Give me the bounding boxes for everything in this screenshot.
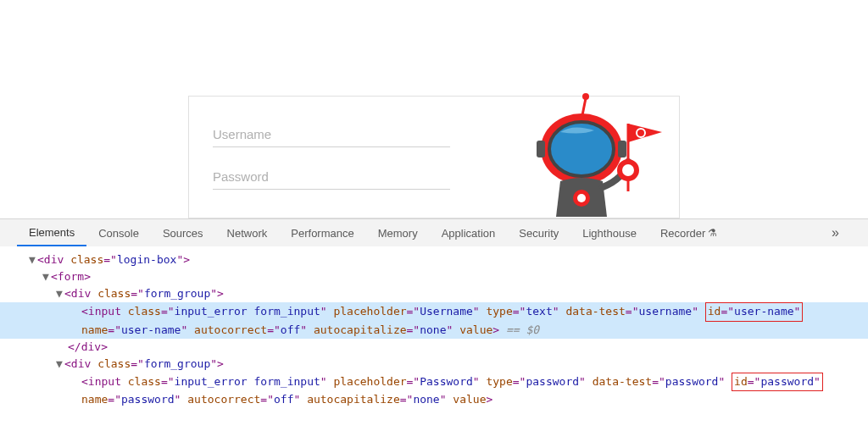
dom-row[interactable]: name="password" autocorrect="off" autoca… [0,391,868,408]
dom-row[interactable]: ▼<div class="form_group"> [0,356,868,373]
tab-memory[interactable]: Memory [366,219,430,246]
robot-mascot [501,90,670,237]
tab-application[interactable]: Application [430,219,508,246]
devtools-tabs: Elements Console Sources Network Perform… [0,219,868,246]
elements-tree[interactable]: ▼<div class="login-box"> ▼<form> ▼<div c… [0,246,868,425]
page-preview [0,0,868,218]
dom-row[interactable]: <input class="input_error form_input" pl… [0,373,868,391]
dom-row[interactable]: ▼<form> [0,268,868,285]
dom-row[interactable]: </div> [0,339,868,356]
highlight-box: id="password" [732,373,823,391]
tab-network[interactable]: Network [215,219,280,246]
svg-rect-5 [537,141,545,157]
svg-rect-6 [618,141,626,157]
tab-performance[interactable]: Performance [279,219,365,246]
login-card [188,96,680,218]
devtools-panel: Elements Console Sources Network Perform… [0,218,868,425]
svg-line-0 [582,98,586,115]
dom-row[interactable]: ▼<div class="form_group"> [0,285,868,302]
password-input[interactable] [213,164,450,190]
username-input[interactable] [213,122,450,147]
tab-elements[interactable]: Elements [17,219,86,246]
dom-row-selected[interactable]: name="user-name" autocorrect="off" autoc… [0,322,868,339]
flask-icon: ⚗ [708,227,717,239]
tab-more[interactable]: » [820,219,851,246]
svg-point-1 [582,93,589,100]
svg-point-8 [577,194,586,202]
tab-console[interactable]: Console [86,219,151,246]
svg-point-11 [620,162,637,179]
dom-row-selected[interactable]: <input class="input_error form_input" pl… [0,302,868,321]
dom-row[interactable]: ▼<div class="login-box"> [0,251,868,268]
tab-sources[interactable]: Sources [151,219,215,246]
highlight-box: id="user-name" [705,302,804,321]
